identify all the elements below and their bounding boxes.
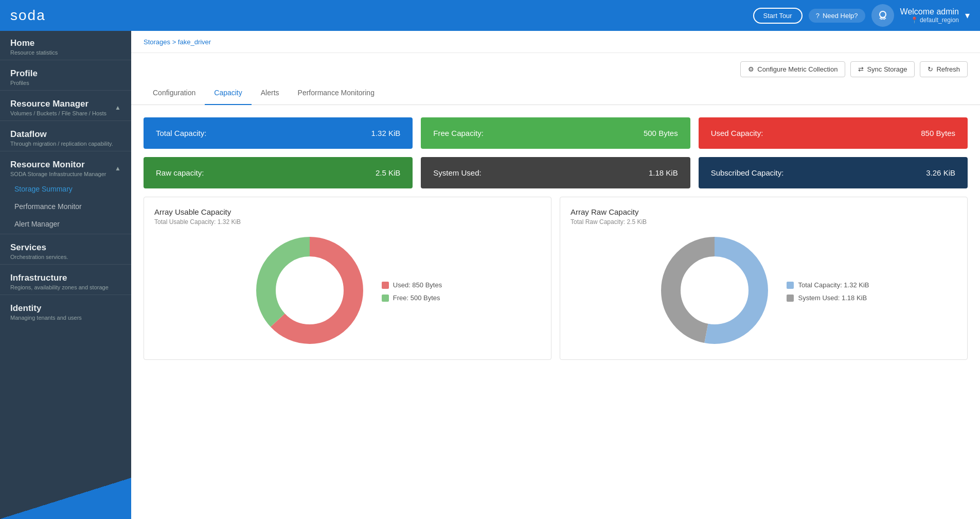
legend-free: Free: 500 Bytes bbox=[382, 294, 442, 302]
tab-performance-monitoring[interactable]: Performance Monitoring bbox=[289, 81, 384, 105]
raw-capacity-card: Raw capacity: 2.5 KiB bbox=[144, 157, 413, 188]
sidebar-services-label: Services bbox=[10, 243, 121, 253]
sidebar-resource-monitor-sub: SODA Storage Infrastructure Manager bbox=[10, 171, 106, 177]
user-menu-chevron[interactable]: ▾ bbox=[965, 10, 970, 21]
start-tour-button[interactable]: Start Tour bbox=[753, 8, 803, 24]
sidebar-item-alert-manager[interactable]: Alert Manager bbox=[0, 215, 131, 233]
usable-chart-content: Used: 850 Bytes Free: 500 Bytes bbox=[154, 234, 541, 349]
sidebar-item-profile[interactable]: Profile Profiles bbox=[0, 61, 131, 89]
sidebar-home-label: Home bbox=[10, 38, 121, 48]
sidebar-resource-manager-sub: Volumes / Buckets / File Share / Hosts bbox=[10, 110, 106, 116]
legend-total-label: Total Capacity: 1.32 KiB bbox=[798, 281, 869, 289]
resource-monitor-children: Storage Summary Performance Monitor Aler… bbox=[0, 180, 131, 233]
legend-system: System Used: 1.18 KiB bbox=[787, 294, 869, 302]
usable-chart-legend: Used: 850 Bytes Free: 500 Bytes bbox=[382, 281, 442, 302]
sync-icon: ⇄ bbox=[858, 65, 864, 73]
sidebar-profile-label: Profile bbox=[10, 68, 121, 79]
free-capacity-value: 500 Bytes bbox=[644, 129, 678, 137]
svg-point-3 bbox=[281, 262, 338, 319]
breadcrumb: Storages > fake_driver bbox=[131, 31, 980, 53]
svg-point-6 bbox=[686, 262, 743, 319]
usable-chart-subtitle: Total Usable Capacity: 1.32 KiB bbox=[154, 218, 541, 226]
raw-capacity-label: Raw capacity: bbox=[156, 168, 204, 177]
configure-metric-button[interactable]: ⚙ Configure Metric Collection bbox=[740, 61, 845, 77]
legend-total-dot bbox=[787, 282, 794, 289]
user-info: Welcome admin 📍 default_region bbox=[900, 7, 959, 24]
resource-monitor-expand-icon: ▲ bbox=[115, 165, 121, 172]
sidebar-dataflow-sub: Through migration / replication capabili… bbox=[10, 141, 121, 147]
location-icon: 📍 bbox=[911, 16, 918, 24]
app-body: Home Resource statistics Profile Profile… bbox=[0, 31, 980, 519]
used-capacity-label: Used Capacity: bbox=[711, 129, 763, 137]
gear-icon: ⚙ bbox=[748, 65, 754, 73]
raw-capacity-chart: Array Raw Capacity Total Raw Capacity: 2… bbox=[560, 197, 968, 360]
sidebar-item-performance-monitor[interactable]: Performance Monitor bbox=[0, 198, 131, 215]
sidebar-resource-manager-label: Resource Manager bbox=[10, 99, 106, 109]
sidebar-item-resource-monitor[interactable]: Resource Monitor SODA Storage Infrastruc… bbox=[0, 152, 131, 180]
subscribed-capacity-label: Subscribed Capacity: bbox=[711, 168, 784, 177]
sidebar-item-storage-summary[interactable]: Storage Summary bbox=[0, 180, 131, 198]
header-actions: Start Tour ? Need Help? Welcome admin 📍 … bbox=[753, 4, 970, 27]
tab-configuration[interactable]: Configuration bbox=[144, 81, 205, 105]
subscribed-capacity-value: 3.26 KiB bbox=[926, 168, 955, 177]
header: soda Start Tour ? Need Help? Welcome adm… bbox=[0, 0, 980, 31]
capacity-cards: Total Capacity: 1.32 KiB Free Capacity: … bbox=[131, 105, 980, 197]
soda-foundation-icon bbox=[871, 4, 894, 27]
main-content: Storages > fake_driver ⚙ Configure Metri… bbox=[131, 31, 980, 519]
resource-manager-expand-icon: ▲ bbox=[115, 104, 121, 111]
refresh-button[interactable]: ↻ Refresh bbox=[920, 61, 968, 77]
sidebar-item-resource-manager[interactable]: Resource Manager Volumes / Buckets / Fil… bbox=[0, 92, 131, 119]
legend-used-label: Used: 850 Bytes bbox=[393, 281, 442, 289]
total-capacity-value: 1.32 KiB bbox=[371, 129, 401, 137]
logo: soda bbox=[10, 7, 46, 24]
total-capacity-label: Total Capacity: bbox=[156, 129, 206, 137]
raw-donut bbox=[658, 234, 771, 349]
free-capacity-label: Free Capacity: bbox=[433, 129, 484, 137]
legend-system-label: System Used: 1.18 KiB bbox=[798, 294, 867, 302]
raw-chart-subtitle: Total Raw Capacity: 2.5 KiB bbox=[571, 218, 957, 226]
sidebar-dataflow-label: Dataflow bbox=[10, 129, 121, 140]
sidebar-item-infrastructure[interactable]: Infrastructure Regions, availability zon… bbox=[0, 266, 131, 293]
sidebar-infrastructure-sub: Regions, availability zones and storage bbox=[10, 284, 121, 290]
sidebar-infrastructure-label: Infrastructure bbox=[10, 273, 121, 283]
sidebar-item-services[interactable]: Services Orchestration services. bbox=[0, 235, 131, 263]
user-region: 📍 default_region bbox=[900, 16, 959, 24]
legend-total: Total Capacity: 1.32 KiB bbox=[787, 281, 869, 289]
used-capacity-value: 850 Bytes bbox=[921, 129, 955, 137]
sidebar-profile-sub: Profiles bbox=[10, 80, 121, 86]
raw-chart-legend: Total Capacity: 1.32 KiB System Used: 1.… bbox=[787, 281, 869, 302]
sidebar-services-sub: Orchestration services. bbox=[10, 254, 121, 260]
legend-used: Used: 850 Bytes bbox=[382, 281, 442, 289]
sidebar-identity-sub: Managing tenants and users bbox=[10, 315, 121, 321]
system-used-label: System Used: bbox=[433, 168, 481, 177]
used-capacity-card: Used Capacity: 850 Bytes bbox=[699, 117, 968, 149]
sidebar: Home Resource statistics Profile Profile… bbox=[0, 31, 131, 519]
sidebar-item-home[interactable]: Home Resource statistics bbox=[0, 31, 131, 59]
sidebar-resource-monitor-label: Resource Monitor bbox=[10, 160, 106, 170]
raw-chart-title: Array Raw Capacity bbox=[571, 207, 957, 216]
tabs: Configuration Capacity Alerts Performanc… bbox=[131, 81, 980, 105]
sidebar-identity-label: Identity bbox=[10, 303, 121, 314]
raw-capacity-value: 2.5 KiB bbox=[376, 168, 400, 177]
usable-chart-title: Array Usable Capacity bbox=[154, 207, 541, 216]
question-icon: ? bbox=[816, 12, 819, 20]
sync-storage-button[interactable]: ⇄ Sync Storage bbox=[850, 61, 915, 77]
refresh-icon: ↻ bbox=[928, 65, 933, 73]
charts-area: Array Usable Capacity Total Usable Capac… bbox=[131, 197, 980, 372]
usable-capacity-chart: Array Usable Capacity Total Usable Capac… bbox=[144, 197, 551, 360]
usable-donut bbox=[253, 234, 366, 349]
svg-point-0 bbox=[880, 11, 886, 18]
tab-capacity[interactable]: Capacity bbox=[205, 81, 251, 105]
sidebar-item-identity[interactable]: Identity Managing tenants and users bbox=[0, 296, 131, 324]
free-capacity-card: Free Capacity: 500 Bytes bbox=[421, 117, 690, 149]
tab-alerts[interactable]: Alerts bbox=[252, 81, 289, 105]
subscribed-capacity-card: Subscribed Capacity: 3.26 KiB bbox=[699, 157, 968, 188]
need-help-button[interactable]: ? Need Help? bbox=[809, 9, 865, 23]
system-used-value: 1.18 KiB bbox=[649, 168, 678, 177]
legend-system-dot bbox=[787, 295, 794, 302]
system-used-card: System Used: 1.18 KiB bbox=[421, 157, 690, 188]
sidebar-item-dataflow[interactable]: Dataflow Through migration / replication… bbox=[0, 122, 131, 150]
toolbar: ⚙ Configure Metric Collection ⇄ Sync Sto… bbox=[131, 53, 980, 77]
legend-free-dot bbox=[382, 295, 389, 302]
user-name: Welcome admin bbox=[900, 7, 959, 16]
